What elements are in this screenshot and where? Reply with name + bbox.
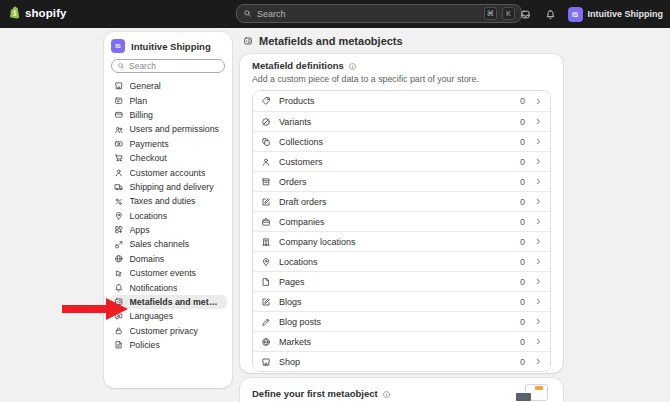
stack-icon [261, 137, 271, 147]
sidebar-item-taxes-and-duties[interactable]: Taxes and duties [109, 194, 227, 208]
sidebar-item-payments[interactable]: Payments [109, 137, 227, 151]
sidebar-item-sales-channels[interactable]: Sales channels [109, 237, 227, 251]
person-icon [114, 168, 124, 178]
chevron-right-icon [534, 357, 543, 366]
channels-icon [114, 240, 124, 250]
global-search[interactable]: ⌘ K [236, 4, 522, 23]
info-icon[interactable] [348, 62, 357, 71]
sidebar-item-label: Metafields and metaobjects [130, 297, 223, 307]
sidebar-item-policies[interactable]: Policies [109, 338, 227, 352]
metafield-row-locations[interactable]: Locations0 [253, 251, 550, 271]
chevron-right-icon [534, 177, 543, 186]
sidebar-item-general[interactable]: General [109, 79, 227, 93]
sidebar-item-users-and-permissions[interactable]: Users and permissions [109, 122, 227, 136]
pencil-square-icon [261, 297, 271, 307]
global-search-input[interactable] [257, 9, 479, 19]
sidebar-item-checkout[interactable]: Checkout [109, 151, 227, 165]
metafield-row-products[interactable]: Products0 [253, 91, 550, 111]
tag-icon [261, 96, 271, 106]
sidebar-item-domains[interactable]: Domains [109, 252, 227, 266]
store-avatar: IS [111, 39, 125, 53]
percent-icon [114, 197, 124, 207]
globe-icon [261, 337, 271, 347]
sidebar-item-notifications[interactable]: Notifications [109, 280, 227, 294]
metafield-row-companies[interactable]: Companies0 [253, 211, 550, 231]
sidebar-item-customer-privacy[interactable]: Customer privacy [109, 324, 227, 338]
sidebar-item-languages[interactable]: Languages [109, 309, 227, 323]
chevron-right-icon [534, 277, 543, 286]
store-name: Intuitive Shipping [588, 9, 664, 19]
inbox-icon [520, 9, 531, 20]
notifications-button[interactable] [543, 6, 559, 22]
metafield-row-company-locations[interactable]: Company locations0 [253, 231, 550, 251]
k-keycap: K [502, 7, 515, 20]
metafield-count: 0 [520, 357, 525, 367]
sidebar-store-name: Intuitive Shipping [131, 41, 211, 52]
metaobject-card: Define your first metaobject [240, 378, 563, 402]
chevron-right-icon [534, 117, 543, 126]
sidebar-item-label: Payments [130, 139, 169, 149]
sidebar-item-plan[interactable]: Plan [109, 93, 227, 107]
metafield-count: 0 [520, 277, 525, 287]
sidebar-item-shipping-and-delivery[interactable]: Shipping and delivery [109, 180, 227, 194]
chevron-right-icon [534, 197, 543, 206]
cash-icon [114, 139, 124, 149]
metafield-list: Products0Variants0Collections0Customers0… [252, 90, 551, 372]
card-subtitle: Add a custom piece of data to a specific… [252, 74, 551, 84]
metafield-row-draft-orders[interactable]: Draft orders0 [253, 191, 550, 211]
metafield-row-blog-posts[interactable]: Blog posts0 [253, 311, 550, 331]
sidebar-item-metafields-and-metaobjects[interactable]: Metafields and metaobjects [109, 295, 227, 309]
metafield-row-label: Variants [279, 117, 311, 127]
sidebar-item-billing[interactable]: Billing [109, 108, 227, 122]
metafield-count: 0 [520, 217, 525, 227]
shopify-wordmark: shopify [25, 7, 67, 19]
metafield-row-variants[interactable]: Variants0 [253, 111, 550, 131]
metafield-row-shop[interactable]: Shop0 [253, 351, 550, 371]
store-avatar: IS [568, 7, 583, 22]
account-menu[interactable]: IS Intuitive Shipping [568, 7, 664, 22]
sidebar-item-label: Plan [130, 96, 148, 106]
truck-icon [114, 182, 124, 192]
translate-icon [114, 312, 124, 322]
cursor-icon [114, 269, 124, 279]
sidebar-item-label: Apps [130, 225, 150, 235]
users-icon [114, 125, 124, 135]
metafield-row-markets[interactable]: Markets0 [253, 331, 550, 351]
apps-grid-icon [114, 225, 124, 235]
sidebar-item-apps[interactable]: Apps [109, 223, 227, 237]
metafield-row-label: Company locations [279, 237, 356, 247]
metafield-count: 0 [520, 177, 525, 187]
sidebar-item-customer-accounts[interactable]: Customer accounts [109, 165, 227, 179]
metafield-row-label: Pages [279, 277, 305, 287]
chevron-right-icon [534, 317, 543, 326]
settings-search[interactable] [111, 59, 225, 73]
info-icon[interactable] [382, 390, 391, 399]
inbox-button[interactable] [518, 6, 534, 22]
metafield-row-orders[interactable]: Orders0 [253, 171, 550, 191]
metafield-row-collections[interactable]: Collections0 [253, 131, 550, 151]
metafield-row-label: Collections [279, 137, 323, 147]
pin-icon [261, 257, 271, 267]
command-keycap: ⌘ [484, 7, 498, 20]
chevron-right-icon [534, 237, 543, 246]
metafield-row-customers[interactable]: Customers0 [253, 151, 550, 171]
chevron-right-icon [534, 97, 543, 106]
page-header: Metafields and metaobjects [243, 35, 403, 47]
sidebar-item-label: Domains [130, 254, 165, 264]
metafield-count: 0 [520, 157, 525, 167]
shopify-admin-screen: shopify ⌘ K IS Intuitive Shipping IS Int… [0, 0, 670, 402]
search-icon [243, 9, 252, 18]
metafield-count: 0 [520, 137, 525, 147]
sidebar-item-locations[interactable]: Locations [109, 209, 227, 223]
metafield-row-pages[interactable]: Pages0 [253, 271, 550, 291]
metafield-row-label: Blogs [279, 297, 302, 307]
metafield-row-blogs[interactable]: Blogs0 [253, 291, 550, 311]
sidebar-item-label: Billing [130, 110, 153, 120]
settings-nav-list: GeneralPlanBillingUsers and permissionsP… [104, 79, 232, 352]
shopify-logo[interactable]: shopify [9, 6, 67, 19]
metafield-row-label: Shop [279, 357, 300, 367]
lock-icon [114, 326, 124, 336]
settings-search-input[interactable] [129, 61, 219, 71]
sidebar-item-customer-events[interactable]: Customer events [109, 266, 227, 280]
store-icon [114, 81, 124, 91]
